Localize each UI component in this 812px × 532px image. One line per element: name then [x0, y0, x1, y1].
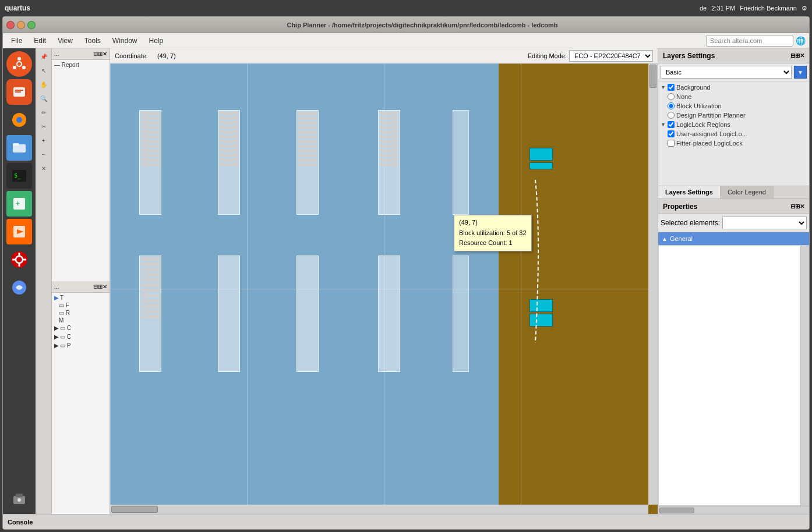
panel-controls: ⊟⊞✕ — [93, 51, 107, 57]
selected-elements-select[interactable] — [722, 217, 807, 229]
search-input[interactable] — [706, 35, 793, 47]
window-controls — [6, 21, 36, 29]
menu-tools[interactable]: Tools — [80, 36, 105, 46]
layer-user-assigned[interactable]: User-assigned LogicLo... — [659, 129, 808, 139]
teal-block-bot-2 — [529, 314, 553, 327]
menu-file[interactable]: File — [6, 36, 27, 46]
check-user-assigned[interactable] — [668, 130, 675, 137]
window-title: Chip Planner - /home/fritz/projects/digi… — [39, 22, 806, 29]
logic-block-1 — [139, 110, 161, 215]
radio-design-partition[interactable] — [668, 112, 675, 119]
radio-block-util[interactable] — [668, 102, 675, 109]
menu-edit[interactable]: Edit — [29, 36, 51, 46]
left-toolbar: 📌 ↖ ✋ 🔍 ✏ ✂ + − ✕ — [36, 48, 52, 514]
user-display: Friedrich Beckmann — [740, 5, 797, 12]
logic-block-5 — [453, 110, 469, 215]
check-background[interactable] — [668, 84, 675, 91]
system-icon[interactable] — [6, 485, 32, 511]
properties-body — [658, 245, 809, 506]
tree-item-M[interactable]: M — [53, 317, 108, 324]
time-display: 2:31 PM — [711, 5, 735, 12]
layer-fitter-placed[interactable]: Fitter-placed LogicLock — [659, 139, 808, 148]
svg-point-27 — [17, 498, 21, 502]
expand-logiclock[interactable]: ▼ — [661, 122, 666, 127]
layer-block-util[interactable]: Block Utilization — [659, 101, 808, 111]
layers-preset-select[interactable]: Basic — [661, 66, 792, 79]
check-fitter-placed[interactable] — [668, 140, 675, 147]
layer-logiclock[interactable]: ▼ LogicLock Regions — [659, 120, 808, 129]
tree-item-F1[interactable]: ▭ F — [53, 302, 108, 309]
tree-item-C1[interactable]: ▶▭ C — [53, 324, 108, 332]
properties-hscroll[interactable] — [658, 506, 809, 514]
layers-tree-scroll[interactable]: ▼ Background None Block Utilization — [658, 81, 809, 186]
toolbar-scissors[interactable]: ✂ — [37, 120, 50, 133]
toolbar-cross[interactable]: ✕ — [37, 162, 50, 175]
selected-elements-label: Selected elements: — [661, 219, 720, 227]
toolbar-pin[interactable]: 📌 — [37, 50, 50, 63]
panel-dots2: ... — [54, 283, 59, 290]
check-logiclock[interactable] — [668, 121, 675, 128]
svg-rect-10 — [13, 144, 26, 152]
layer-none[interactable]: None — [659, 92, 808, 101]
layers-header-controls: ⊟⊞✕ — [790, 52, 804, 59]
toolbar-add[interactable]: + — [37, 134, 50, 147]
hierarchy-tree: ▶ T ▭ F ▭ R M ▶▭ C ▶▭ C ▶▭ P — [52, 293, 110, 514]
ubuntu-logo[interactable] — [6, 51, 32, 77]
browser-icon[interactable] — [6, 107, 32, 133]
toolbar-zoom-in[interactable]: 🔍 — [37, 92, 50, 105]
teal-block-2 — [529, 162, 553, 169]
vertical-scrollbar[interactable] — [648, 63, 658, 505]
files-icon[interactable] — [6, 79, 32, 105]
layer-background[interactable]: ▼ Background — [659, 83, 808, 92]
calc-icon[interactable]: + — [6, 191, 32, 217]
expand-background[interactable]: ▼ — [661, 84, 666, 90]
os-status-bar: de 2:31 PM Friedrich Beckmann ⚙ — [700, 5, 807, 12]
close-button[interactable] — [6, 21, 15, 29]
v-scrollbar-thumb[interactable] — [649, 65, 656, 88]
menu-view[interactable]: View — [53, 36, 77, 46]
toolbar-minus[interactable]: − — [37, 148, 50, 161]
console-panel: Console — [3, 514, 809, 529]
horizontal-scrollbar[interactable] — [110, 505, 648, 514]
tab-layers-settings[interactable]: Layers Settings — [658, 186, 721, 198]
svg-point-2 — [22, 66, 26, 69]
svg-rect-23 — [23, 259, 26, 261]
menubar: File Edit View Tools Window Help 🌐 — [3, 33, 809, 48]
tree-item-R[interactable]: ▭ R — [53, 309, 108, 317]
panel-controls2: ⊟⊞✕ — [93, 283, 107, 290]
tab-color-legend[interactable]: Color Legend — [721, 186, 774, 198]
menu-help[interactable]: Help — [144, 36, 168, 46]
toolbar-draw[interactable]: ✏ — [37, 106, 50, 119]
impress-icon[interactable] — [6, 219, 32, 244]
toolbar-cursor[interactable]: ↖ — [37, 64, 50, 77]
properties-hscroll-thumb[interactable] — [659, 508, 694, 513]
right-panel: Layers Settings ⊟⊞✕ Basic ▼ ▼ Background — [658, 48, 809, 514]
h-scrollbar-thumb[interactable] — [111, 506, 158, 513]
expand-general-icon[interactable]: ▲ — [662, 236, 668, 242]
toolbar-hand[interactable]: ✋ — [37, 78, 50, 91]
menu-window[interactable]: Window — [108, 36, 142, 46]
settings-icon[interactable]: ⚙ — [802, 5, 807, 12]
file-manager-icon[interactable] — [6, 135, 32, 161]
radio-none[interactable] — [668, 93, 675, 100]
logic-block-3 — [296, 110, 319, 215]
terminal-icon[interactable]: $_ — [6, 163, 32, 189]
editing-mode-select[interactable]: ECO - EP2C20F484C7 — [569, 50, 653, 62]
properties-selected-row: Selected elements: — [658, 214, 809, 232]
layers-dropdown-button[interactable]: ▼ — [794, 66, 807, 79]
ubuntu-app-icon[interactable] — [6, 275, 32, 300]
svg-point-9 — [16, 117, 22, 123]
maximize-button[interactable] — [27, 21, 36, 29]
tree-item-P[interactable]: ▶▭ P — [53, 342, 108, 349]
os-topbar: quartus de 2:31 PM Friedrich Beckmann ⚙ — [0, 0, 812, 16]
tree-item-C2[interactable]: ▶▭ C — [53, 333, 108, 341]
minimize-button[interactable] — [17, 21, 25, 29]
settings-app-icon[interactable] — [6, 247, 32, 272]
svg-text:$_: $_ — [14, 172, 22, 179]
tree-item-T[interactable]: ▶ T — [53, 294, 108, 302]
prop-vscroll[interactable] — [800, 246, 809, 505]
layer-design-partition[interactable]: Design Partition Planner — [659, 111, 808, 120]
tooltip: (49, 7) Block utilization: 5 of 32 Resou… — [454, 215, 532, 251]
canvas-main[interactable]: (49, 7) Block utilization: 5 of 32 Resou… — [110, 63, 658, 514]
tree-report[interactable]: — Report — [53, 61, 108, 69]
